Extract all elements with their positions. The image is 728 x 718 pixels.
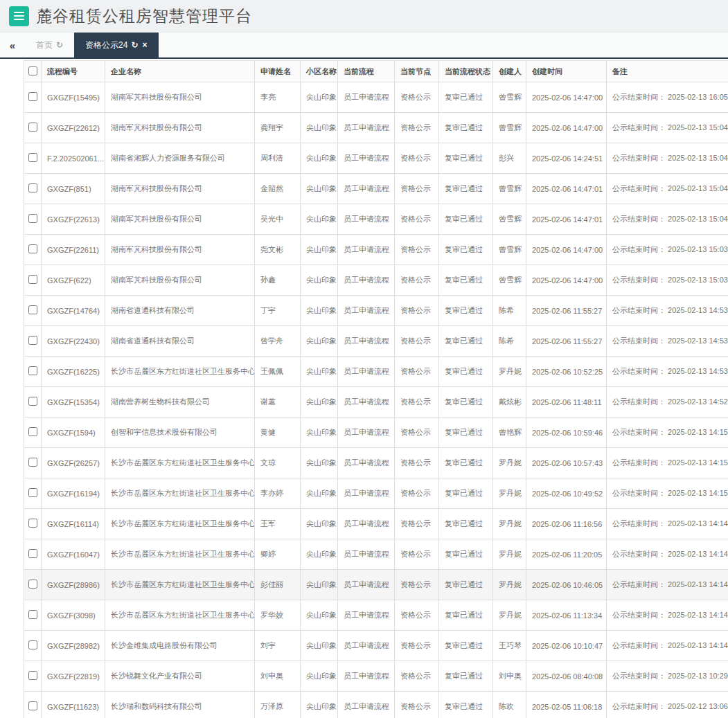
- table-row[interactable]: GXGZF(622) 湖南军芃科技股份有限公司 孙鑫 尖山印象 员工申请流程 资…: [24, 265, 728, 296]
- row-checkbox[interactable]: [28, 183, 37, 192]
- row-checkbox[interactable]: [28, 305, 37, 314]
- cell-process: 员工申请流程: [338, 448, 395, 478]
- cell-applicant: 黄健: [255, 418, 301, 448]
- cell-community: 尖山印象: [301, 204, 338, 235]
- cell-remark: 公示结束时间： 2025-02-12 13:06:51: [607, 692, 728, 718]
- cell-applicant: 龚翔宇: [255, 113, 301, 143]
- table-row[interactable]: GXGZF(3098) 长沙市岳麓区东方红街道社区卫生服务中心 罗华姣 尖山印象…: [24, 600, 728, 631]
- tab-home-label: 首页: [36, 39, 53, 51]
- row-checkbox[interactable]: [28, 427, 37, 436]
- table-row[interactable]: GXGZF(22430) 湖南省道通科技有限公司 曾学舟 尖山印象 员工申请流程…: [24, 326, 728, 357]
- collapse-tabs-icon[interactable]: «: [0, 33, 25, 57]
- table-row[interactable]: GXGZF(15354) 湖南营养树生物科技有限公司 谢蕙 尖山印象 员工申请流…: [24, 387, 728, 418]
- row-checkbox[interactable]: [28, 640, 37, 649]
- cell-applicant: 丁宇: [255, 296, 301, 326]
- row-checkbox[interactable]: [28, 519, 37, 528]
- table-row[interactable]: GXGZF(28982) 长沙金维集成电路股份有限公司 刘宇 尖山印象 员工申请…: [24, 631, 728, 661]
- close-icon[interactable]: ×: [142, 40, 147, 50]
- cell-applicant: 卿婷: [255, 539, 301, 570]
- row-checkbox[interactable]: [28, 701, 37, 710]
- cell-process: 员工申请流程: [338, 113, 395, 143]
- cell-company: 湖南省道通科技有限公司: [105, 326, 255, 357]
- row-checkbox[interactable]: [28, 366, 37, 375]
- tab-home[interactable]: 首页 ↻: [25, 33, 74, 57]
- cell-company: 长沙市岳麓区东方红街道社区卫生服务中心: [105, 448, 255, 478]
- table-row[interactable]: GXGZF(15495) 湖南军芃科技股份有限公司 李亮 尖山印象 员工申请流程…: [24, 82, 728, 113]
- row-select-cell: [24, 418, 42, 448]
- table-row[interactable]: GXGZF(28986) 长沙市岳麓区东方红街道社区卫生服务中心 彭佳丽 尖山印…: [24, 570, 728, 600]
- menu-toggle-button[interactable]: [9, 6, 29, 26]
- table-row[interactable]: GXGZF(22612) 湖南军芃科技股份有限公司 龚翔宇 尖山印象 员工申请流…: [24, 113, 728, 143]
- cell-node: 资格公示: [395, 204, 439, 235]
- row-checkbox[interactable]: [28, 214, 37, 223]
- cell-flow-id: GXGZF(15495): [42, 82, 105, 113]
- row-checkbox[interactable]: [28, 92, 37, 101]
- cell-company: 湖南军芃科技股份有限公司: [105, 82, 255, 113]
- table-row[interactable]: GXGZF(16114) 长沙市岳麓区东方红街道社区卫生服务中心 王军 尖山印象…: [24, 509, 728, 539]
- cell-company: 长沙金维集成电路股份有限公司: [105, 631, 255, 661]
- cell-remark: 公示结束时间： 2025-02-13 14:53:40: [607, 296, 728, 326]
- table-row[interactable]: GXGZF(14764) 湖南省道通科技有限公司 丁宇 尖山印象 员工申请流程 …: [24, 296, 728, 326]
- row-checkbox[interactable]: [28, 580, 37, 589]
- row-checkbox[interactable]: [28, 488, 37, 497]
- cell-company: 湖南军芃科技股份有限公司: [105, 113, 255, 143]
- cell-status: 复审已通过: [439, 418, 493, 448]
- cell-community: 尖山印象: [301, 82, 338, 113]
- row-checkbox[interactable]: [28, 458, 37, 467]
- cell-company: 长沙瑞和数码科技有限公司: [105, 692, 255, 718]
- row-checkbox[interactable]: [28, 610, 37, 619]
- cell-node: 资格公示: [395, 113, 439, 143]
- row-checkbox[interactable]: [28, 397, 37, 406]
- cell-applicant: 李亮: [255, 82, 301, 113]
- table-row[interactable]: GXGZF(851) 湖南军芃科技股份有限公司 金韶然 尖山印象 员工申请流程 …: [24, 174, 728, 204]
- cell-flow-id: GXGZF(28986): [42, 570, 105, 600]
- table-row[interactable]: GXGZF(22611) 湖南军芃科技股份有限公司 尧文彬 尖山印象 员工申请流…: [24, 235, 728, 265]
- cell-creator: 陈欢: [493, 692, 526, 718]
- row-checkbox[interactable]: [28, 336, 37, 345]
- row-select-cell: [24, 235, 42, 265]
- table-row[interactable]: GXGZF(16194) 长沙市岳麓区东方红街道社区卫生服务中心 李亦婷 尖山印…: [24, 478, 728, 509]
- table-row[interactable]: F.2.202502061... 湖南省湘辉人力资源服务有限公司 周利清 尖山印…: [24, 143, 728, 174]
- app-window: 麓谷租赁公租房智慧管理平台 « 首页 ↻ 资格公示24 ↻ × 流程编号 企业名…: [0, 0, 728, 718]
- tab-qualification-publicity[interactable]: 资格公示24 ↻ ×: [74, 33, 158, 57]
- hamburger-icon: [14, 12, 24, 13]
- cell-creator: 罗丹妮: [493, 478, 526, 509]
- cell-process: 员工申请流程: [338, 265, 395, 296]
- row-checkbox[interactable]: [28, 671, 37, 680]
- cell-applicant: 王军: [255, 509, 301, 539]
- refresh-icon[interactable]: ↻: [56, 40, 63, 50]
- table-row[interactable]: GXGZF(1594) 创智和宇信息技术股份有限公司 黄健 尖山印象 员工申请流…: [24, 418, 728, 448]
- row-checkbox[interactable]: [28, 275, 37, 284]
- cell-flow-id: GXGZF(1594): [42, 418, 105, 448]
- cell-node: 资格公示: [395, 265, 439, 296]
- cell-created-time: 2025-02-06 11:48:11: [526, 387, 607, 418]
- row-checkbox[interactable]: [28, 244, 37, 253]
- cell-remark: 公示结束时间： 2025-02-13 10:29:36: [607, 661, 728, 692]
- table-row[interactable]: GXGZF(11623) 长沙瑞和数码科技有限公司 万泽原 尖山印象 员工申请流…: [24, 692, 728, 718]
- cell-status: 复审已通过: [439, 478, 493, 509]
- cell-remark: 公示结束时间： 2025-02-13 15:03:54: [607, 235, 728, 265]
- cell-community: 尖山印象: [301, 326, 338, 357]
- cell-remark: 公示结束时间： 2025-02-13 14:52:57: [607, 387, 728, 418]
- table-row[interactable]: GXGZF(16225) 长沙市岳麓区东方红街道社区卫生服务中心 王佩佩 尖山印…: [24, 357, 728, 387]
- row-select-cell: [24, 448, 42, 478]
- cell-community: 尖山印象: [301, 235, 338, 265]
- cell-remark: 公示结束时间： 2025-02-13 15:04:04: [607, 204, 728, 235]
- cell-community: 尖山印象: [301, 539, 338, 570]
- select-all-checkbox[interactable]: [28, 66, 37, 75]
- cell-status: 复审已通过: [439, 539, 493, 570]
- table-row[interactable]: GXGZF(22819) 长沙锐舞文化产业有限公司 刘申奥 尖山印象 员工申请流…: [24, 661, 728, 692]
- cell-applicant: 谢蕙: [255, 387, 301, 418]
- cell-node: 资格公示: [395, 570, 439, 600]
- row-checkbox[interactable]: [28, 153, 37, 162]
- cell-process: 员工申请流程: [338, 174, 395, 204]
- table-row[interactable]: GXGZF(26257) 长沙市岳麓区东方红街道社区卫生服务中心 文琼 尖山印象…: [24, 448, 728, 478]
- row-checkbox[interactable]: [28, 549, 37, 558]
- cell-process: 员工申请流程: [338, 387, 395, 418]
- cell-process: 员工申请流程: [338, 539, 395, 570]
- row-checkbox[interactable]: [28, 123, 37, 132]
- table-row[interactable]: GXGZF(22613) 湖南军芃科技股份有限公司 吴光中 尖山印象 员工申请流…: [24, 204, 728, 235]
- table-row[interactable]: GXGZF(16047) 长沙市岳麓区东方红街道社区卫生服务中心 卿婷 尖山印象…: [24, 539, 728, 570]
- refresh-icon[interactable]: ↻: [131, 40, 138, 50]
- cell-creator: 戴炫彬: [493, 387, 526, 418]
